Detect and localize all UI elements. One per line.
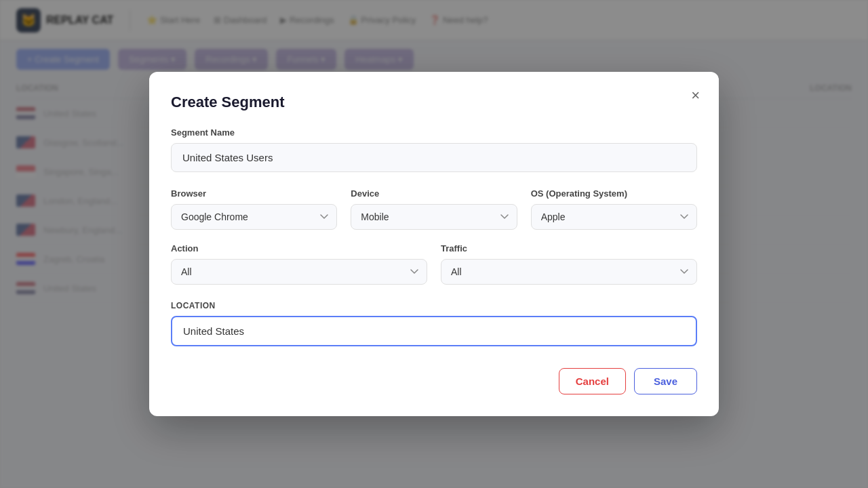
cancel-button[interactable]: Cancel bbox=[559, 368, 626, 394]
save-button[interactable]: Save bbox=[634, 368, 697, 394]
location-label: LOCATION bbox=[171, 301, 697, 310]
selects-row: Browser Google Chrome Firefox Safari Edg… bbox=[171, 188, 697, 230]
browser-label: Browser bbox=[171, 188, 337, 199]
device-select[interactable]: Mobile Desktop Tablet bbox=[351, 204, 517, 230]
modal-footer: Cancel Save bbox=[171, 368, 697, 394]
traffic-select[interactable]: All Direct Organic Referral bbox=[441, 259, 697, 285]
browser-select[interactable]: Google Chrome Firefox Safari Edge bbox=[171, 204, 337, 230]
segment-name-input[interactable] bbox=[171, 143, 697, 172]
modal-title: Create Segment bbox=[171, 94, 697, 111]
traffic-group: Traffic All Direct Organic Referral bbox=[441, 243, 697, 285]
action-group: Action All Click Scroll bbox=[171, 243, 427, 285]
os-label: OS (Operating System) bbox=[531, 188, 697, 199]
os-group: OS (Operating System) Apple Windows Linu… bbox=[531, 188, 697, 230]
action-label: Action bbox=[171, 243, 427, 253]
segment-name-label: Segment Name bbox=[171, 127, 697, 138]
location-section: LOCATION bbox=[171, 301, 697, 346]
os-select[interactable]: Apple Windows Linux Android bbox=[531, 204, 697, 230]
action-select[interactable]: All Click Scroll bbox=[171, 259, 427, 285]
device-label: Device bbox=[351, 188, 517, 199]
location-input[interactable] bbox=[171, 316, 697, 346]
close-button[interactable]: × bbox=[686, 85, 705, 106]
action-traffic-row: Action All Click Scroll Traffic All Dire… bbox=[171, 243, 697, 285]
device-group: Device Mobile Desktop Tablet bbox=[351, 188, 517, 230]
segment-name-section: Segment Name bbox=[171, 127, 697, 172]
modal-overlay: Create Segment × Segment Name Browser Go… bbox=[0, 0, 868, 488]
create-segment-modal: Create Segment × Segment Name Browser Go… bbox=[149, 72, 719, 416]
browser-group: Browser Google Chrome Firefox Safari Edg… bbox=[171, 188, 337, 230]
traffic-label: Traffic bbox=[441, 243, 697, 253]
